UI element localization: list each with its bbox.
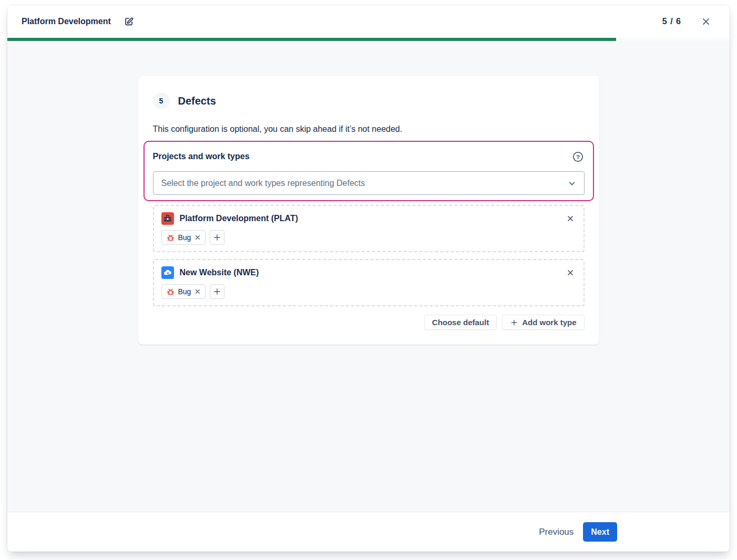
step-number-badge: 5 xyxy=(153,92,170,109)
defects-step-card: 5 Defects This configuration is optional… xyxy=(138,76,599,345)
edit-pencil-icon xyxy=(124,16,135,27)
work-type-chip: Bug xyxy=(161,230,206,245)
flow-title: Platform Development xyxy=(22,17,111,26)
step-title: Defects xyxy=(178,95,216,107)
help-circle-icon: ? xyxy=(572,151,584,162)
work-type-chips: Bug xyxy=(161,284,576,299)
choose-default-button[interactable]: Choose default xyxy=(424,315,497,330)
add-work-type-label: Add work type xyxy=(522,318,576,327)
work-type-label: Bug xyxy=(178,233,191,242)
project-row-header: Platform Development (PLAT) xyxy=(161,211,576,226)
setup-wizard-modal: Platform Development 5 / 6 5 xyxy=(7,5,730,552)
step-header: 5 Defects xyxy=(153,92,585,109)
plus-icon xyxy=(510,318,518,327)
previous-button[interactable]: Previous xyxy=(534,524,579,541)
cloud-icon xyxy=(161,266,174,279)
remove-work-type-button[interactable] xyxy=(194,288,201,295)
card-actions: Choose default Add work type xyxy=(153,315,585,330)
plus-icon xyxy=(212,287,222,296)
field-label-row: Projects and work types ? xyxy=(153,150,585,163)
modal-body: 5 Defects This configuration is optional… xyxy=(7,41,730,512)
work-type-chips: Bug xyxy=(161,230,576,245)
project-row: Platform Development (PLAT) xyxy=(153,205,585,252)
plus-icon xyxy=(212,233,222,242)
close-icon xyxy=(566,268,575,277)
add-work-type-chip-button[interactable] xyxy=(210,230,224,245)
project-name: Platform Development (PLAT) xyxy=(180,214,565,223)
bug-icon xyxy=(166,233,175,242)
select-placeholder: Select the project and work types repres… xyxy=(161,179,567,188)
modal-header: Platform Development 5 / 6 xyxy=(7,5,730,38)
step-description: This configuration is optional, you can … xyxy=(153,124,585,134)
edit-title-button[interactable] xyxy=(122,15,136,28)
remove-work-type-button[interactable] xyxy=(194,234,201,241)
choose-default-label: Choose default xyxy=(432,318,489,327)
work-type-label: Bug xyxy=(178,287,191,296)
bug-icon xyxy=(166,287,175,296)
add-work-type-chip-button[interactable] xyxy=(210,284,224,299)
work-type-chip: Bug xyxy=(161,284,206,299)
remove-project-button[interactable] xyxy=(565,213,576,224)
step-indicator: 5 / 6 xyxy=(662,17,681,26)
project-row: New Website (NWE) xyxy=(153,259,585,306)
project-name: New Website (NWE) xyxy=(180,268,565,277)
chevron-down-icon xyxy=(567,179,577,188)
close-icon xyxy=(700,16,712,27)
projects-work-types-section: Projects and work types ? Select the pro… xyxy=(144,141,594,201)
field-label: Projects and work types xyxy=(153,152,572,161)
help-button[interactable]: ? xyxy=(572,150,585,163)
close-icon xyxy=(566,214,575,223)
svg-text:?: ? xyxy=(576,153,580,160)
toolbox-icon xyxy=(161,212,174,225)
close-icon xyxy=(194,288,201,295)
project-select[interactable]: Select the project and work types repres… xyxy=(153,171,585,195)
close-icon xyxy=(194,234,201,241)
remove-project-button[interactable] xyxy=(565,267,576,278)
close-button[interactable] xyxy=(699,15,713,28)
add-work-type-button[interactable]: Add work type xyxy=(502,315,584,330)
next-button[interactable]: Next xyxy=(583,522,617,542)
modal-footer: Previous Next xyxy=(7,512,730,552)
project-row-header: New Website (NWE) xyxy=(161,265,576,280)
